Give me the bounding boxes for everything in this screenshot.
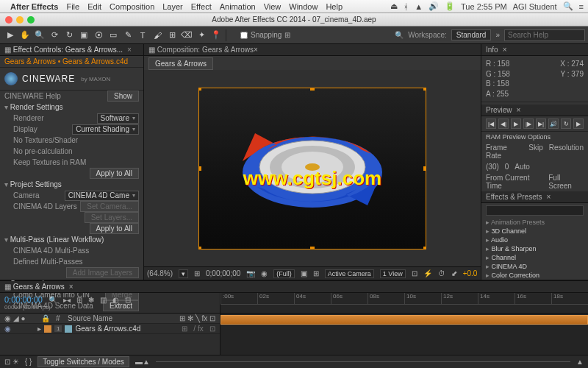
rotate-tool-icon[interactable]: ↻ [62, 29, 76, 42]
handle-tm[interactable] [310, 88, 315, 91]
menu-icon[interactable]: ≡ [579, 2, 584, 11]
render-settings-section[interactable]: Render Settings [0, 102, 143, 113]
handle-tr[interactable] [423, 88, 426, 91]
tl-graph-icon[interactable]: ⊟ [125, 296, 131, 304]
ep-color-correction[interactable]: Color Correction [481, 271, 588, 280]
loop-button[interactable]: ↻ [561, 118, 571, 129]
comp-canvas[interactable] [198, 88, 426, 250]
comp-tab[interactable]: Gears & Arrows [148, 57, 213, 70]
layer-duration-bar[interactable] [220, 315, 588, 325]
orbit-tool-icon[interactable]: ⟳ [47, 29, 62, 42]
close-comp-tab-icon[interactable]: × [254, 46, 258, 54]
layer-label-color[interactable] [44, 325, 51, 333]
zoom-out-timeline-icon[interactable]: ▬▲ [135, 358, 150, 366]
fullscreen-checkbox[interactable]: Full Screen [548, 174, 584, 190]
brush-tool-icon[interactable]: 🖌 [150, 29, 165, 42]
tl-frame-blend-icon[interactable]: ▥ [100, 296, 107, 304]
clock[interactable]: Tue 2:55 PM [461, 2, 507, 11]
zoom-window-button[interactable] [27, 16, 35, 24]
ep-blur[interactable]: Blur & Sharpen [481, 244, 588, 253]
cineware-help-link[interactable]: CINEWARE Help [4, 92, 61, 100]
close-info-icon[interactable]: × [503, 46, 507, 54]
audio-button[interactable]: 🔊 [548, 118, 559, 129]
minimize-window-button[interactable] [16, 16, 24, 24]
from-current-checkbox[interactable]: From Current Time [486, 174, 544, 190]
stamp-tool-icon[interactable]: ⊞ [165, 29, 179, 42]
menu-effect[interactable]: Effect [191, 2, 212, 11]
tl-comp-mini-icon[interactable]: ▸◂ [63, 296, 71, 304]
close-window-button[interactable] [5, 16, 12, 24]
menu-help[interactable]: Help [326, 2, 343, 11]
preview-tab[interactable]: Preview [486, 106, 512, 114]
menu-view[interactable]: View [264, 2, 282, 11]
switches-column-icon[interactable]: ⊞ ✻ ╲ fx ⊡ [179, 314, 215, 322]
flowchart-icon[interactable]: ⬋ [451, 269, 457, 277]
comp-panel-menu-icon[interactable]: ▦ [148, 46, 155, 54]
tl-shy-icon[interactable]: ❃ [88, 296, 94, 304]
close-tab-icon[interactable]: × [127, 46, 132, 54]
view-layout-dropdown[interactable]: 1 View [380, 269, 406, 278]
roto-tool-icon[interactable]: ✦ [194, 29, 209, 42]
selection-tool-icon[interactable]: ▶ [3, 29, 18, 42]
exposure-value[interactable]: +0.0 [463, 269, 478, 277]
spotlight-icon[interactable]: 🔍 [563, 1, 573, 11]
ep-audio[interactable]: Audio [481, 236, 588, 244]
handle-bm[interactable] [310, 247, 315, 250]
effects-search-input[interactable] [486, 205, 584, 216]
volume-icon[interactable]: 🔊 [429, 1, 439, 11]
resolution-icon[interactable]: ⊞ [194, 269, 200, 277]
resolution-dropdown[interactable]: (Full) [273, 269, 295, 278]
next-frame-button[interactable]: |▶ [523, 118, 534, 129]
apply-all-project-button[interactable]: Apply to All [90, 223, 139, 234]
snapping-checkbox[interactable] [240, 32, 248, 39]
toggle-switches-button[interactable]: Toggle Switches / Modes [37, 356, 129, 367]
shape-tool-icon[interactable]: ▭ [106, 29, 121, 42]
workspace-dropdown[interactable]: Standard [451, 29, 492, 40]
eraser-tool-icon[interactable]: ⌫ [179, 29, 194, 42]
handle-mr[interactable] [423, 166, 426, 171]
roi-icon[interactable]: ▣ [301, 269, 307, 277]
pen-tool-icon[interactable]: ✎ [121, 29, 135, 42]
panel-menu-icon[interactable]: ▦ [4, 46, 11, 54]
tl-menu-icon[interactable]: ▦ [4, 283, 11, 291]
effects-presets-tab[interactable]: Effects & Presets [486, 193, 542, 201]
no-textures-checkbox[interactable]: No Textures/Shader [13, 136, 78, 144]
timeline-track-area[interactable] [220, 314, 588, 355]
set-layers-button[interactable]: Set Layers... [85, 212, 139, 223]
close-preview-icon[interactable]: × [517, 106, 521, 114]
tl-draft3d-icon[interactable]: ⊞ [76, 296, 82, 304]
menu-animation[interactable]: Animation [220, 2, 256, 11]
add-image-layers-button[interactable]: Add Image Layers [66, 267, 139, 278]
project-settings-section[interactable]: Project Settings [0, 179, 143, 190]
ep-animation-presets[interactable]: Animation Presets [481, 218, 588, 227]
wifi2-icon[interactable]: ▲ [415, 2, 423, 11]
workspace-arrow-icon[interactable]: » [495, 31, 500, 39]
search-tool-icon[interactable]: 🔍 [395, 31, 404, 39]
handle-tl[interactable] [198, 88, 201, 91]
wifi-icon[interactable]: ⏏ [390, 1, 398, 11]
display-dropdown[interactable]: Current Shading [72, 124, 139, 135]
pixel-aspect-icon[interactable]: ⊡ [412, 269, 417, 277]
channel-icon[interactable]: ◉ [261, 269, 268, 277]
composition-viewer[interactable]: www.cgtsj.com [144, 70, 481, 266]
menu-edit[interactable]: Edit [87, 2, 101, 11]
menu-window[interactable]: Window [289, 2, 318, 11]
close-ep-icon[interactable]: × [547, 193, 551, 201]
source-name-header[interactable]: Source Name [68, 314, 112, 322]
first-frame-button[interactable]: |◀ [486, 118, 496, 129]
puppet-tool-icon[interactable]: 📍 [209, 29, 223, 42]
battery-icon[interactable]: 🔋 [445, 1, 455, 11]
menu-composition[interactable]: Composition [110, 2, 154, 11]
camera-tool-icon[interactable]: ▣ [76, 29, 91, 42]
close-timeline-icon[interactable]: × [69, 283, 74, 291]
expand-layer-icon[interactable]: ▸ [37, 325, 41, 333]
menu-layer[interactable]: Layer [162, 2, 183, 11]
handle-bl[interactable] [198, 247, 201, 250]
timeline-icon[interactable]: ⏱ [438, 269, 445, 277]
apply-all-render-button[interactable]: Apply to All [90, 168, 139, 179]
user-label[interactable]: AGI Student [513, 2, 557, 11]
skip-dropdown[interactable]: 0 [505, 163, 509, 171]
fast-preview-icon[interactable]: ⚡ [423, 269, 432, 277]
ram-preview-options-label[interactable]: RAM Preview Options [481, 132, 588, 142]
camera-dropdown[interactable]: CINEMA 4D Came [65, 191, 139, 201]
